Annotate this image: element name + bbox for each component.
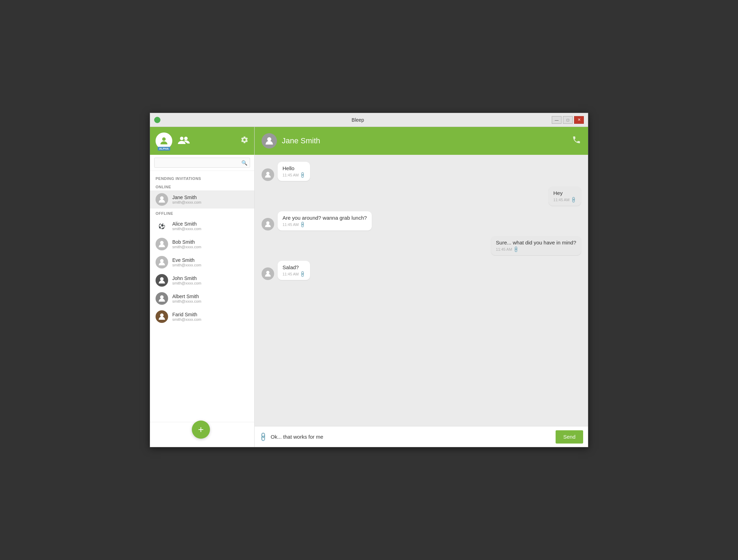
john-name: John Smith bbox=[172, 275, 249, 281]
svg-point-12 bbox=[266, 271, 269, 274]
jane-email: smith@xxxx.com bbox=[172, 200, 249, 204]
svg-point-8 bbox=[160, 313, 164, 317]
eve-name: Eve Smith bbox=[172, 257, 249, 263]
contact-item-alice[interactable]: ⚽ Alice Smith smith@xxxx.com bbox=[150, 217, 254, 235]
msg-avatar-3 bbox=[262, 218, 274, 230]
message-text-1: Hello bbox=[283, 165, 305, 171]
bob-email: smith@xxxx.com bbox=[172, 245, 249, 249]
contact-item-albert[interactable]: Albert Smith smith@xxxx.com bbox=[150, 289, 254, 308]
svg-point-10 bbox=[266, 172, 269, 175]
msg-avatar-5 bbox=[262, 267, 274, 280]
message-bubble-1: Hello 11:45 AM 🔗 bbox=[278, 162, 310, 181]
farid-avatar bbox=[156, 310, 168, 323]
bob-info: Bob Smith smith@xxxx.com bbox=[172, 239, 249, 249]
svg-point-1 bbox=[180, 137, 183, 140]
message-meta-4: 11:45 AM 🔗 bbox=[496, 247, 576, 252]
svg-point-7 bbox=[160, 295, 164, 299]
chat-area: Jane Smith bbox=[255, 127, 588, 447]
offline-section-label: OFFLINE bbox=[150, 209, 254, 217]
jane-name: Jane Smith bbox=[172, 195, 249, 200]
message-link-3: 🔗 bbox=[299, 221, 307, 228]
eve-avatar bbox=[156, 256, 168, 268]
message-time-1: 11:45 AM bbox=[283, 173, 299, 177]
sidebar: ALPHA bbox=[150, 127, 255, 447]
svg-point-3 bbox=[160, 196, 164, 200]
chat-header: Jane Smith bbox=[255, 127, 588, 155]
contact-item-eve[interactable]: Eve Smith smith@xxxx.com bbox=[150, 253, 254, 271]
contact-item-john[interactable]: John Smith smith@xxxx.com bbox=[150, 271, 254, 289]
message-bubble-5: Salad? 11:45 AM 🔗 bbox=[278, 261, 310, 280]
message-link-2: 🔗 bbox=[570, 196, 577, 204]
svg-point-5 bbox=[160, 259, 164, 263]
search-input[interactable] bbox=[154, 158, 250, 168]
title-bar: Bleep — □ ✕ bbox=[150, 113, 588, 127]
svg-point-0 bbox=[162, 137, 166, 141]
bob-name: Bob Smith bbox=[172, 239, 249, 245]
user-avatar[interactable]: ALPHA bbox=[156, 133, 172, 149]
albert-email: smith@xxxx.com bbox=[172, 299, 249, 303]
message-meta-5: 11:45 AM 🔗 bbox=[283, 272, 305, 277]
message-link-1: 🔗 bbox=[299, 172, 307, 179]
message-row-3: Are you around? wanna grab lunch? 11:45 … bbox=[262, 211, 581, 230]
add-contact-button[interactable]: + bbox=[192, 421, 210, 439]
jane-avatar bbox=[156, 193, 168, 206]
window-title: Bleep bbox=[164, 117, 552, 123]
contact-item-jane[interactable]: Jane Smith smith@xxxx.com bbox=[150, 190, 254, 209]
message-link-4: 🔗 bbox=[513, 246, 520, 253]
chat-header-name: Jane Smith bbox=[282, 136, 567, 145]
settings-icon[interactable] bbox=[240, 136, 249, 146]
john-avatar bbox=[156, 274, 168, 287]
svg-point-6 bbox=[160, 277, 164, 281]
svg-point-2 bbox=[184, 137, 188, 140]
message-bubble-3: Are you around? wanna grab lunch? 11:45 … bbox=[278, 211, 372, 230]
message-link-5: 🔗 bbox=[299, 271, 307, 278]
message-row-2: Hey 11:45 AM 🔗 bbox=[262, 187, 581, 206]
message-meta-3: 11:45 AM 🔗 bbox=[283, 222, 367, 227]
chat-input-area: 🔗 Send bbox=[255, 426, 588, 447]
message-text-4: Sure... what did you have in mind? bbox=[496, 240, 576, 245]
alice-name: Alice Smith bbox=[172, 221, 249, 227]
albert-name: Albert Smith bbox=[172, 294, 249, 299]
chat-header-avatar bbox=[262, 133, 277, 149]
svg-point-11 bbox=[266, 221, 269, 225]
close-button[interactable]: ✕ bbox=[574, 116, 584, 124]
send-button[interactable]: Send bbox=[556, 430, 583, 444]
sidebar-footer: + bbox=[150, 422, 254, 447]
message-row-4: Sure... what did you have in mind? 11:45… bbox=[262, 236, 581, 255]
group-icon[interactable] bbox=[178, 135, 190, 147]
alpha-badge: ALPHA bbox=[158, 147, 170, 151]
message-meta-1: 11:45 AM 🔗 bbox=[283, 173, 305, 177]
traffic-light bbox=[154, 117, 160, 123]
sidebar-header: ALPHA bbox=[150, 127, 254, 155]
message-text-3: Are you around? wanna grab lunch? bbox=[283, 215, 367, 221]
message-input[interactable] bbox=[271, 434, 552, 440]
message-row-1: Hello 11:45 AM 🔗 bbox=[262, 162, 581, 181]
jane-info: Jane Smith smith@xxxx.com bbox=[172, 195, 249, 204]
svg-point-9 bbox=[267, 137, 271, 142]
svg-point-4 bbox=[160, 241, 164, 244]
minimize-button[interactable]: — bbox=[552, 116, 562, 124]
contact-item-bob[interactable]: Bob Smith smith@xxxx.com bbox=[150, 235, 254, 253]
app-window: Bleep — □ ✕ ALPHA bbox=[150, 113, 588, 447]
alice-avatar: ⚽ bbox=[156, 220, 168, 232]
contact-item-farid[interactable]: Farid Smith smith@xxxx.com bbox=[150, 308, 254, 326]
message-time-2: 11:45 AM bbox=[554, 198, 570, 202]
eve-info: Eve Smith smith@xxxx.com bbox=[172, 257, 249, 267]
main-content: ALPHA bbox=[150, 127, 588, 447]
message-meta-2: 11:45 AM 🔗 bbox=[554, 197, 576, 202]
farid-email: smith@xxxx.com bbox=[172, 317, 249, 321]
search-icon: 🔍 bbox=[241, 160, 247, 166]
message-time-3: 11:45 AM bbox=[283, 222, 299, 227]
search-bar: 🔍 bbox=[150, 155, 254, 171]
eve-email: smith@xxxx.com bbox=[172, 263, 249, 267]
message-time-5: 11:45 AM bbox=[283, 272, 299, 276]
message-bubble-4: Sure... what did you have in mind? 11:45… bbox=[491, 236, 581, 255]
farid-name: Farid Smith bbox=[172, 312, 249, 317]
farid-info: Farid Smith smith@xxxx.com bbox=[172, 312, 249, 321]
albert-info: Albert Smith smith@xxxx.com bbox=[172, 294, 249, 303]
chat-messages: Hello 11:45 AM 🔗 Hey 11:45 AM 🔗 bbox=[255, 155, 588, 426]
msg-avatar-1 bbox=[262, 168, 274, 181]
maximize-button[interactable]: □ bbox=[563, 116, 573, 124]
phone-icon[interactable] bbox=[572, 135, 581, 146]
message-text-5: Salad? bbox=[283, 264, 305, 270]
